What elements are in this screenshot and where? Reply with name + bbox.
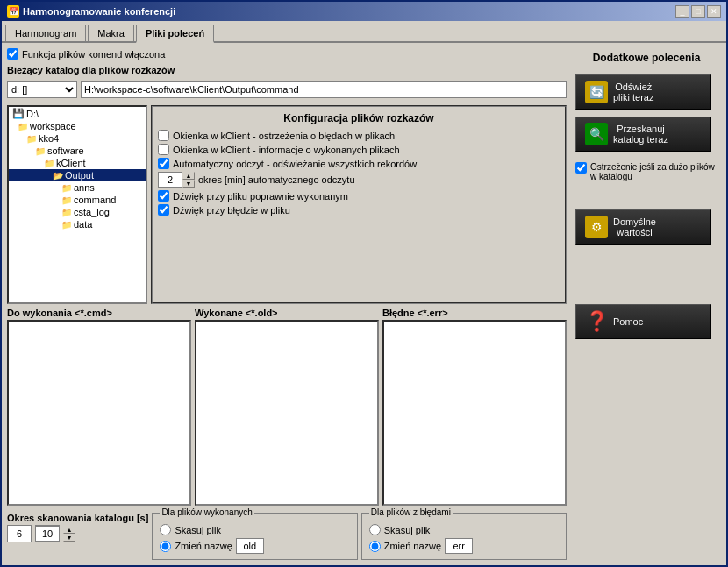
tree-label: kClient <box>56 158 86 168</box>
file-box-done <box>195 320 379 507</box>
tree-item-output[interactable]: 📂 Output <box>9 169 146 181</box>
spinner-down[interactable]: ▼ <box>182 180 195 188</box>
tree-panel: 💾 D:\ 📁 workspace 📁 kko4 📁 software <box>7 105 147 304</box>
scan-label: Przeskanuj katalog teraz <box>613 124 668 145</box>
title-bar: 📅 Harmonogramowanie konferencji _ □ ✕ <box>2 2 726 21</box>
defaults-label: Domyślne wartości <box>613 216 656 237</box>
left-panel: Funkcja plików komend włączona Bieżący k… <box>7 48 567 560</box>
file-lists-row: Do wykonania <*.cmd> Wykonane <*.old> Bł… <box>7 308 567 507</box>
file-col-todo: Do wykonania <*.cmd> <box>7 308 191 507</box>
tab-harmonogram[interactable]: Harmonogram <box>5 25 86 41</box>
tree-item-csta_log[interactable]: 📁 csta_log <box>9 206 146 218</box>
right-panel: Dodatkowe polecenia 🔄 Odśwież pliki tera… <box>572 48 721 560</box>
config-cb3[interactable] <box>158 158 169 169</box>
warning-checkbox[interactable] <box>575 162 587 174</box>
interval-label: okres [min] automatycznego odczytu <box>198 174 355 185</box>
done-radio1-row: Skasuj plik <box>160 524 349 535</box>
refresh-button[interactable]: 🔄 Odśwież pliki teraz <box>575 74 711 110</box>
tree-label: Output <box>65 170 94 181</box>
error-suffix-input[interactable] <box>445 538 473 554</box>
spinner-up[interactable]: ▲ <box>182 172 195 180</box>
help-icon: ❓ <box>585 310 608 333</box>
close-button[interactable]: ✕ <box>707 5 721 18</box>
defaults-icon: ⚙ <box>585 216 608 238</box>
done-files-group: Dla plików wykonanych Skasuj plik Zmień … <box>152 513 357 560</box>
scan-val2 <box>35 525 60 542</box>
done-radio2-label: Zmień nazwę <box>175 541 232 551</box>
minimize-button[interactable]: _ <box>675 5 689 18</box>
config-cb5-label: Dźwięk przy błędzie w pliku <box>173 205 290 216</box>
tree-label: data <box>74 219 92 230</box>
config-cb1-row: Okienka w kClient - ostrzeżenia o błędac… <box>158 130 560 141</box>
title-buttons: _ □ ✕ <box>675 5 721 18</box>
error-radio1[interactable] <box>369 524 381 535</box>
file-col-todo-label: Do wykonania <*.cmd> <box>7 308 191 318</box>
tab-pliki-polecen[interactable]: Pliki poleceń <box>136 25 214 43</box>
config-cb4-row: Dźwięk przy pliku poprawnie wykonanym <box>158 190 560 202</box>
file-col-done: Wykonane <*.old> <box>195 308 379 507</box>
config-cb3-label: Automatyczny odczyt - odświeżanie wszyst… <box>173 159 417 169</box>
refresh-icon: 🔄 <box>585 81 608 103</box>
drive-select[interactable]: d: [] <box>7 81 77 98</box>
file-col-done-label: Wykonane <*.old> <box>195 308 379 318</box>
scan-icon: 🔍 <box>585 123 608 145</box>
done-radio2[interactable] <box>160 541 171 552</box>
tabs-bar: Harmonogram Makra Pliki poleceń <box>2 21 726 43</box>
enable-function-label: Funkcja plików komend włączona <box>22 49 165 60</box>
scan-val2-input[interactable] <box>35 526 60 542</box>
config-cb1[interactable] <box>158 130 169 141</box>
tree-item-command[interactable]: 📁 command <box>9 194 146 206</box>
file-box-todo <box>7 320 191 507</box>
config-cb4[interactable] <box>158 190 169 202</box>
tree-item-anns[interactable]: 📁 anns <box>9 181 146 194</box>
tree-item-kclient[interactable]: 📁 kClient <box>9 157 146 169</box>
main-content: Funkcja plików komend włączona Bieżący k… <box>2 43 726 565</box>
spinner-buttons: ▲ ▼ <box>182 172 195 188</box>
scan-spinner-down[interactable]: ▼ <box>63 534 75 542</box>
window-title: Harmonogramowanie konferencji <box>23 6 175 17</box>
error-radio2-label: Zmień nazwę <box>384 541 441 551</box>
path-input[interactable] <box>81 81 567 98</box>
config-cb1-label: Okienka w kClient - ostrzeżenia o błędac… <box>173 131 395 141</box>
config-cb2[interactable] <box>158 144 169 155</box>
error-files-group: Dla plików z błędami Skasuj plik Zmień n… <box>361 513 567 560</box>
config-panel: Konfiguracja plików rozkazów Okienka w k… <box>151 105 567 304</box>
error-radio2[interactable] <box>369 541 381 552</box>
done-radio1-label: Skasuj plik <box>175 525 221 535</box>
tree-item-kko4[interactable]: 📁 kko4 <box>9 132 146 145</box>
done-suffix-input[interactable] <box>236 538 264 554</box>
tree-label: anns <box>74 182 95 193</box>
config-cb2-row: Okienka w kClient - informacje o wykonan… <box>158 144 560 155</box>
error-radio1-label: Skasuj plik <box>384 525 431 535</box>
help-button[interactable]: ❓ Pomoc <box>575 304 711 339</box>
file-box-error <box>382 320 567 507</box>
scan-period-label: Okres skanowania katalogu [s] <box>7 513 148 523</box>
config-cb2-label: Okienka w kClient - informacje o wykonan… <box>173 145 400 155</box>
restore-button[interactable]: □ <box>691 5 705 18</box>
enable-function-checkbox[interactable] <box>7 48 18 60</box>
enable-function-row: Funkcja plików komend włączona <box>7 48 567 60</box>
tree-label: workspace <box>30 121 76 131</box>
scan-period: Okres skanowania katalogu [s] 6 ▲ ▼ <box>7 513 148 560</box>
scan-spinner-up[interactable]: ▲ <box>63 526 75 534</box>
window-icon: 📅 <box>7 5 19 18</box>
scan-button[interactable]: 🔍 Przeskanuj katalog teraz <box>575 117 711 152</box>
main-area: 💾 D:\ 📁 workspace 📁 kko4 📁 software <box>7 105 567 304</box>
tree-label: command <box>74 195 116 205</box>
interval-input[interactable] <box>158 172 182 188</box>
tab-makra[interactable]: Makra <box>88 25 134 41</box>
tree-item-workspace[interactable]: 📁 workspace <box>9 120 146 132</box>
file-col-error: Błędne <*.err> <box>382 308 567 507</box>
help-label: Pomoc <box>613 316 643 327</box>
file-col-error-label: Błędne <*.err> <box>382 308 567 318</box>
tree-item-drive[interactable]: 💾 D:\ <box>9 107 146 120</box>
warning-checkbox-label: Ostrzeżenie jeśli za dużo plików w katal… <box>590 162 717 181</box>
tree-item-software[interactable]: 📁 software <box>9 145 146 157</box>
title-bar-left: 📅 Harmonogramowanie konferencji <box>7 5 175 18</box>
defaults-button[interactable]: ⚙ Domyślne wartości <box>575 209 711 245</box>
main-window: 📅 Harmonogramowanie konferencji _ □ ✕ Ha… <box>0 0 728 567</box>
done-radio1[interactable] <box>160 524 171 535</box>
tree-item-data[interactable]: 📁 data <box>9 218 146 230</box>
config-cb5[interactable] <box>158 204 169 216</box>
right-panel-title: Dodatkowe polecenia <box>575 52 717 64</box>
